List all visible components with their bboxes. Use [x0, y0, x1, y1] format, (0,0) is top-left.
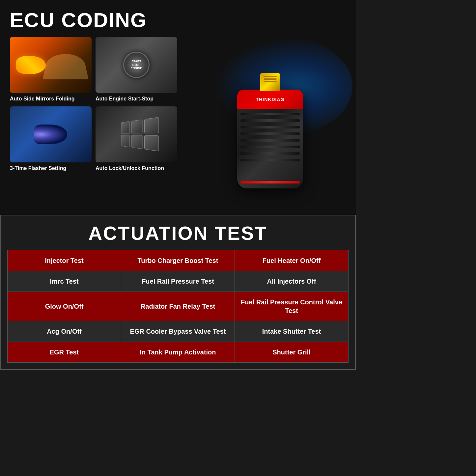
start-btn-text: STARTSTOPENGINE	[131, 60, 142, 70]
actuation-cell-2-2: Fuel Rail Pressure Control Valve Test	[235, 292, 349, 321]
feature-label-flasher: 3-Time Flasher Setting	[10, 165, 92, 172]
actuation-cell-3-0: Acg On/Off	[8, 321, 121, 342]
actuation-cell-1-0: Imrc Test	[8, 271, 121, 292]
feature-image-lock	[96, 106, 177, 162]
actuation-row-2: Glow On/OffRadiator Fan Relay TestFuel R…	[8, 292, 349, 321]
actuation-table: Injector TestTurbo Charger Boost TestFue…	[7, 250, 349, 363]
headlight-art	[34, 125, 67, 144]
lock-btn-5	[131, 135, 142, 149]
device-brand-label: THINKDIAG	[256, 97, 285, 102]
lock-btn-2	[131, 120, 142, 134]
feature-engine: STARTSTOPENGINE Auto Engine Start-Stop	[96, 37, 177, 102]
ecu-device-container: THINKDIAG	[194, 37, 346, 208]
actuation-row-4: EGR TestIn Tank Pump ActivationShutter G…	[8, 342, 349, 363]
device-connector	[260, 73, 280, 91]
feature-image-mirrors	[10, 37, 92, 93]
lock-btns-art	[121, 117, 159, 152]
ecu-features-grid: Auto Side Mirrors Folding STARTSTOPENGIN…	[10, 37, 188, 172]
feature-label-engine: Auto Engine Start-Stop	[96, 96, 177, 102]
device-ridge-8	[240, 159, 300, 161]
ecu-row-1: Auto Side Mirrors Folding STARTSTOPENGIN…	[10, 37, 188, 102]
actuation-cell-4-1: In Tank Pump Activation	[121, 342, 235, 363]
device-top-band: THINKDIAG	[237, 90, 303, 109]
start-btn-art: STARTSTOPENGINE	[123, 52, 150, 78]
actuation-cell-0-0: Injector Test	[8, 250, 121, 271]
feature-mirrors: Auto Side Mirrors Folding	[10, 37, 92, 102]
actuation-cell-0-1: Turbo Charger Boost Test	[121, 250, 235, 271]
lock-btn-3	[144, 117, 159, 134]
actuation-section: ACTUATION TEST Injector TestTurbo Charge…	[0, 215, 356, 370]
actuation-cell-4-2: Shutter Grill	[235, 342, 349, 363]
feature-label-mirrors: Auto Side Mirrors Folding	[10, 96, 92, 102]
ecu-title: ECU CODING	[10, 10, 346, 30]
ecu-content: Auto Side Mirrors Folding STARTSTOPENGIN…	[10, 37, 346, 208]
device-ridge-5	[240, 139, 300, 142]
lock-btn-1	[121, 121, 130, 134]
device-ridge-1	[240, 113, 300, 115]
feature-label-lock: Auto Lock/Unlock Function	[96, 165, 177, 172]
actuation-cell-2-1: Radiator Fan Relay Test	[121, 292, 235, 321]
feature-flasher: 3-Time Flasher Setting	[10, 106, 92, 172]
mirror-art	[16, 56, 46, 74]
device-ridge-2	[240, 119, 300, 122]
feature-lock: Auto Lock/Unlock Function	[96, 106, 177, 172]
actuation-cell-4-0: EGR Test	[8, 342, 121, 363]
device-bottom-band	[240, 181, 300, 183]
actuation-row-1: Imrc TestFuel Rall Pressure TestAll Inje…	[8, 271, 349, 292]
lock-btn-4	[121, 135, 130, 148]
actuation-title: ACTUATION TEST	[7, 222, 349, 244]
actuation-cell-1-1: Fuel Rall Pressure Test	[121, 271, 235, 292]
ecu-section: ECU CODING Auto Side Mirrors Folding STA…	[0, 0, 356, 215]
actuation-cell-2-0: Glow On/Off	[8, 292, 121, 321]
feature-image-engine: STARTSTOPENGINE	[96, 37, 177, 93]
device-ridge-7	[240, 152, 300, 155]
device-body: THINKDIAG	[237, 90, 303, 188]
actuation-cell-1-2: All Injectors Off	[235, 271, 349, 292]
actuation-row-3: Acg On/OffEGR Cooler Bypass Valve TestIn…	[8, 321, 349, 342]
actuation-row-0: Injector TestTurbo Charger Boost TestFue…	[8, 250, 349, 271]
device-ridge-4	[240, 132, 300, 135]
ecu-row-2: 3-Time Flasher Setting Au	[10, 106, 188, 172]
device-ridge-6	[240, 146, 300, 148]
device-wrapper: THINKDIAG	[208, 37, 333, 208]
lock-btn-6	[144, 135, 159, 152]
device-ridge-3	[240, 126, 300, 128]
actuation-cell-3-2: Intake Shutter Test	[235, 321, 349, 342]
device-ridges	[240, 113, 300, 161]
actuation-cell-0-2: Fuel Heater On/Off	[235, 250, 349, 271]
feature-image-flasher	[10, 106, 92, 162]
actuation-cell-3-1: EGR Cooler Bypass Valve Test	[121, 321, 235, 342]
